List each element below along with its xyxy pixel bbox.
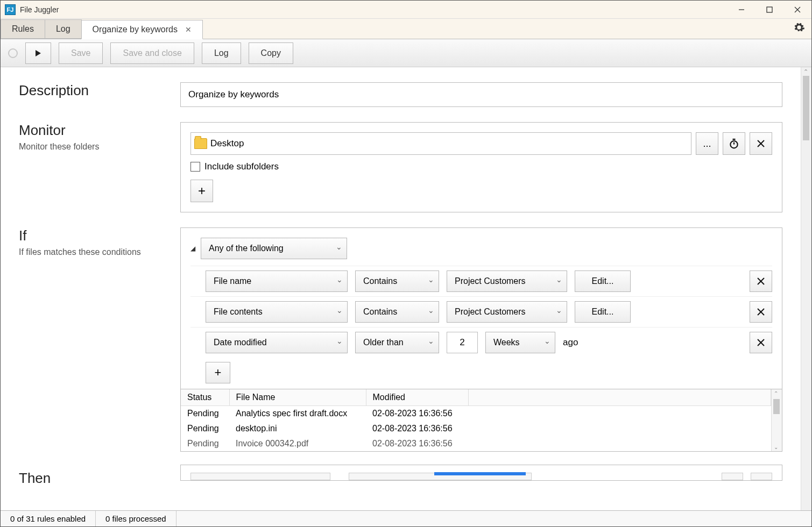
- remove-folder-button[interactable]: [750, 132, 772, 155]
- field-dropdown[interactable]: Date modified: [206, 332, 348, 353]
- delete-condition-button[interactable]: [750, 301, 772, 323]
- tab-active-rule[interactable]: Organize by keywords ✕: [81, 20, 203, 39]
- checkbox-icon: [190, 162, 200, 172]
- cell-status: Pending: [181, 436, 229, 451]
- app-title: File Juggler: [20, 5, 59, 14]
- tab-active-label: Organize by keywords: [93, 25, 178, 34]
- save-close-button[interactable]: Save and close: [110, 42, 194, 64]
- action-button[interactable]: [751, 473, 772, 480]
- unit-dropdown[interactable]: Weeks: [485, 332, 555, 353]
- match-mode-dropdown[interactable]: Any of the following: [201, 238, 347, 259]
- cell-name: Invoice 000342.pdf: [229, 436, 366, 451]
- cell-status: Pending: [181, 406, 229, 422]
- monitor-folder-field[interactable]: Desktop: [190, 132, 691, 155]
- close-button[interactable]: [783, 1, 811, 18]
- cell-modified: 02-08-2023 16:36:56: [366, 406, 468, 422]
- edit-button[interactable]: Edit...: [575, 301, 631, 323]
- condition-row: File contents Contains Project Customers…: [190, 296, 772, 327]
- table-scrollbar[interactable]: [771, 389, 782, 451]
- table-row[interactable]: Pending Invoice 000342.pdf 02-08-2023 16…: [181, 436, 771, 451]
- cell-modified: 02-08-2023 16:36:56: [366, 421, 468, 436]
- col-spacer: [468, 389, 771, 406]
- add-folder-button[interactable]: +: [190, 180, 213, 202]
- include-subfolders-checkbox[interactable]: Include subfolders: [190, 161, 772, 172]
- x-icon: [757, 339, 765, 346]
- browse-button[interactable]: ...: [696, 132, 718, 155]
- tab-log[interactable]: Log: [45, 19, 82, 39]
- copy-button[interactable]: Copy: [249, 42, 293, 64]
- content-area: Description Monitor Monitor these folder…: [1, 67, 801, 510]
- condition-row: Date modified Older than Weeks ago: [190, 327, 772, 358]
- settings-button[interactable]: [793, 22, 805, 37]
- action-button[interactable]: [722, 473, 743, 480]
- folder-icon: [194, 138, 207, 149]
- run-button[interactable]: [25, 42, 51, 64]
- stopwatch-icon: [729, 138, 739, 149]
- toolbar: Save Save and close Log Copy: [1, 39, 811, 67]
- col-filename[interactable]: File Name: [229, 389, 366, 406]
- minimize-button[interactable]: [728, 1, 755, 18]
- if-heading: If: [19, 227, 170, 244]
- page-scrollbar[interactable]: [801, 67, 811, 510]
- close-icon: [794, 6, 801, 13]
- x-icon: [757, 140, 765, 147]
- edit-button[interactable]: Edit...: [575, 270, 631, 292]
- value-dropdown[interactable]: Project Customers: [447, 270, 567, 292]
- value-dropdown[interactable]: Project Customers: [447, 301, 567, 323]
- cell-modified: 02-08-2023 16:36:56: [366, 436, 468, 451]
- timer-button[interactable]: [723, 132, 745, 155]
- status-bar: 0 of 31 rules enabled 0 files processed: [1, 510, 811, 526]
- delete-condition-button[interactable]: [750, 332, 772, 353]
- status-rules: 0 of 31 rules enabled: [1, 511, 96, 526]
- cell-status: Pending: [181, 421, 229, 436]
- table-row[interactable]: Pending Analytics spec first draft.docx …: [181, 406, 771, 422]
- save-button[interactable]: Save: [59, 42, 103, 64]
- description-heading: Description: [19, 82, 170, 99]
- monitor-subtext: Monitor these folders: [19, 142, 170, 152]
- condition-row: File name Contains Project Customers Edi…: [190, 266, 772, 296]
- action-dropdown[interactable]: [190, 473, 330, 480]
- title-bar: FJ File Juggler: [1, 1, 811, 19]
- svg-rect-5: [733, 139, 736, 140]
- gear-icon: [793, 22, 805, 33]
- svg-rect-1: [767, 7, 772, 12]
- col-modified[interactable]: Modified: [366, 389, 468, 406]
- add-condition-button[interactable]: +: [206, 362, 230, 383]
- tab-strip: Rules Log Organize by keywords ✕: [1, 19, 811, 39]
- tab-rules[interactable]: Rules: [1, 19, 45, 39]
- cell-name: Analytics spec first draft.docx: [229, 406, 366, 422]
- rule-enabled-toggle[interactable]: [8, 48, 18, 58]
- minimize-icon: [738, 6, 745, 13]
- status-files: 0 files processed: [96, 511, 176, 526]
- monitor-heading: Monitor: [19, 122, 170, 139]
- number-input[interactable]: [447, 332, 478, 353]
- matches-table: Status File Name Modified Pending Analyt…: [180, 389, 782, 452]
- tab-close-icon[interactable]: ✕: [185, 25, 192, 34]
- then-panel: [180, 465, 782, 481]
- collapse-icon[interactable]: ◢: [190, 245, 195, 252]
- cell-name: desktop.ini: [229, 421, 366, 436]
- svg-point-6: [730, 141, 737, 148]
- then-heading: Then: [19, 470, 170, 487]
- x-icon: [757, 277, 765, 285]
- monitor-folder-name: Desktop: [210, 138, 244, 149]
- field-dropdown[interactable]: File name: [206, 270, 348, 292]
- action-target-field[interactable]: [349, 473, 532, 480]
- description-input[interactable]: [180, 82, 782, 107]
- if-subtext: If files matches these conditions: [19, 247, 170, 257]
- field-dropdown[interactable]: File contents: [206, 301, 348, 323]
- col-status[interactable]: Status: [181, 389, 229, 406]
- table-row[interactable]: Pending desktop.ini 02-08-2023 16:36:56: [181, 421, 771, 436]
- svg-marker-4: [36, 50, 41, 56]
- operator-dropdown[interactable]: Older than: [355, 332, 439, 353]
- play-icon: [34, 49, 42, 57]
- include-subfolders-label: Include subfolders: [204, 161, 279, 172]
- operator-dropdown[interactable]: Contains: [355, 270, 439, 292]
- maximize-button[interactable]: [755, 1, 783, 18]
- x-icon: [757, 308, 765, 316]
- delete-condition-button[interactable]: [750, 270, 772, 292]
- app-icon: FJ: [5, 4, 16, 15]
- maximize-icon: [766, 6, 773, 13]
- log-button[interactable]: Log: [202, 42, 241, 64]
- operator-dropdown[interactable]: Contains: [355, 301, 439, 323]
